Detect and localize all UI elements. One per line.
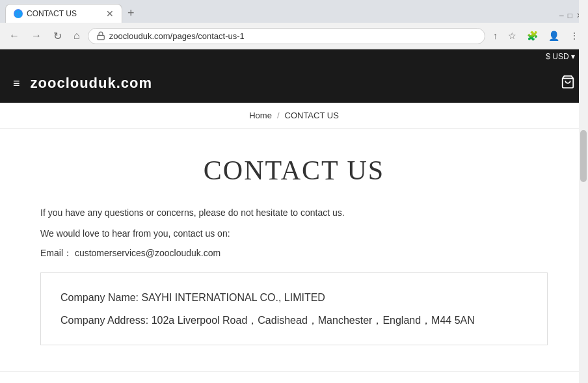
- breadcrumb: Home / CONTACT US: [0, 103, 588, 129]
- site-footer: Home Home Menu title ABOUT US Contact us…: [0, 371, 588, 383]
- svg-rect-0: [97, 35, 104, 39]
- tab-title: CONTACT US: [27, 9, 77, 18]
- lock-icon: [96, 31, 105, 40]
- refresh-button[interactable]: ↻: [49, 27, 66, 45]
- scrollbar-thumb[interactable]: [580, 130, 587, 182]
- currency-bar: $ USD ▾: [0, 49, 588, 64]
- intro-line2: We would love to hear from you, contact …: [40, 226, 548, 241]
- site-header: ≡ zooclouduk.com: [0, 64, 588, 103]
- page-title: CONTACT US: [40, 155, 548, 186]
- hamburger-menu-button[interactable]: ≡: [13, 77, 20, 90]
- email-value: customerservices@zooclouduk.com: [75, 248, 220, 258]
- extensions-button[interactable]: 🧩: [523, 28, 542, 44]
- email-line: Email： customerservices@zooclouduk.com: [40, 248, 548, 259]
- currency-label: $ USD: [546, 52, 568, 61]
- back-button[interactable]: ←: [5, 27, 23, 44]
- breadcrumb-current: CONTACT US: [285, 111, 339, 120]
- new-tab-button[interactable]: +: [122, 4, 140, 23]
- forward-button[interactable]: →: [27, 27, 46, 44]
- share-button[interactable]: ↑: [489, 28, 501, 44]
- company-address-line: Company Address: 102a Liverpool Road，Cad…: [60, 309, 528, 332]
- breadcrumb-separator: /: [277, 111, 280, 120]
- scrollbar[interactable]: [579, 0, 588, 383]
- minimize-button[interactable]: –: [559, 11, 564, 20]
- email-label: Email：: [40, 248, 72, 258]
- currency-dropdown[interactable]: $ USD ▾: [546, 52, 575, 61]
- bookmark-button[interactable]: ☆: [504, 28, 520, 44]
- tab-favicon: [14, 9, 23, 18]
- currency-dropdown-icon: ▾: [571, 52, 575, 61]
- tab-close-button[interactable]: ✕: [106, 8, 114, 19]
- restore-button[interactable]: □: [568, 11, 572, 20]
- company-name-line: Company Name: SAYHI INTERNATIONAL CO., L…: [60, 286, 528, 309]
- breadcrumb-home-link[interactable]: Home: [249, 111, 272, 120]
- address-text: zooclouduk.com/pages/contact-us-1: [109, 31, 245, 41]
- intro-line1: If you have any questions or concerns, p…: [40, 205, 548, 220]
- cart-icon-svg: [561, 75, 575, 89]
- cart-button[interactable]: [561, 75, 575, 92]
- page-content: CONTACT US If you have any questions or …: [14, 129, 574, 371]
- site-logo: zooclouduk.com: [31, 75, 153, 92]
- company-info-box: Company Name: SAYHI INTERNATIONAL CO., L…: [40, 272, 548, 345]
- address-bar[interactable]: zooclouduk.com/pages/contact-us-1: [88, 28, 485, 44]
- browser-tab[interactable]: CONTACT US ✕: [5, 4, 122, 23]
- home-button[interactable]: ⌂: [70, 27, 84, 44]
- profile-button[interactable]: 👤: [544, 28, 563, 44]
